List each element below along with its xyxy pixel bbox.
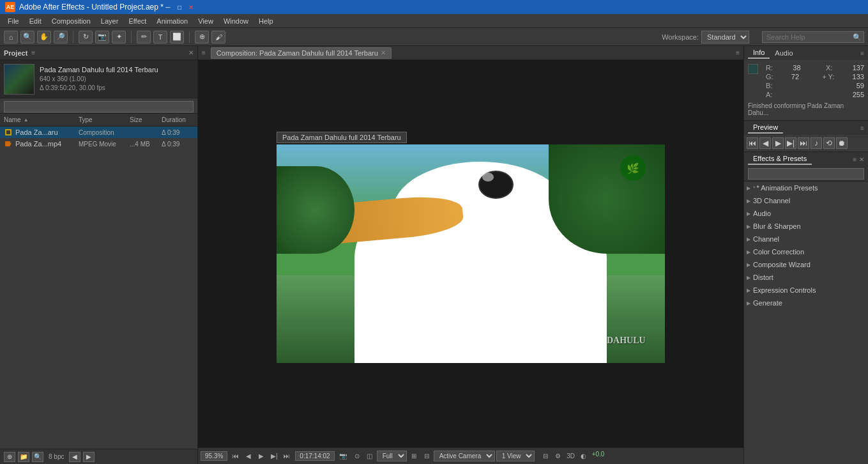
- effect-composite-wizard[interactable]: ▶ Composite Wizard: [744, 258, 868, 271]
- timecode-display[interactable]: 0:17:14:02: [295, 451, 334, 461]
- comp-settings-btn[interactable]: ⚙: [552, 451, 564, 462]
- toolbar-paint-btn[interactable]: 🖌: [211, 31, 225, 43]
- menu-composition[interactable]: Composition: [47, 16, 96, 26]
- project-preview: Pada Zaman Dahulu full 2014 Terbaru 640 …: [0, 60, 197, 98]
- preview-audio-btn[interactable]: ♪: [811, 137, 822, 149]
- x-label: X:: [826, 64, 832, 72]
- menu-effect[interactable]: Effect: [123, 16, 151, 26]
- preview-loop-btn[interactable]: ⟲: [823, 137, 835, 149]
- color-channels-btn[interactable]: ⊙: [351, 451, 363, 462]
- new-comp-btn[interactable]: ⊕: [4, 452, 15, 462]
- close-button[interactable]: ✕: [187, 3, 195, 12]
- preview-tab[interactable]: Preview: [748, 122, 783, 134]
- minimize-button[interactable]: ─: [164, 3, 172, 12]
- col-type-header: Type: [79, 116, 130, 123]
- composition-tab[interactable]: Composition: Pada Zaman Dahulu full 2014…: [211, 47, 392, 59]
- effect-expression-controls[interactable]: ▶ Expression Controls: [744, 284, 868, 297]
- effects-search-input[interactable]: [748, 168, 864, 180]
- prev-frame-btn[interactable]: ◀: [243, 451, 254, 462]
- active-camera-select[interactable]: Active Camera: [434, 451, 495, 461]
- maximize-button[interactable]: □: [175, 3, 184, 12]
- menu-window[interactable]: Window: [218, 16, 254, 26]
- preview-panel-menu[interactable]: ≡: [860, 125, 864, 132]
- effects-list: ▶ * * Animation Presets ▶ 3D Channel ▶ A…: [744, 182, 868, 464]
- menu-layer[interactable]: Layer: [96, 16, 124, 26]
- workspace-select[interactable]: Standard: [701, 31, 749, 43]
- effects-tab[interactable]: Effects & Presets: [748, 153, 812, 165]
- toolbar-home-btn[interactable]: ⌂: [4, 31, 18, 43]
- col-name-header: Name ▲: [4, 116, 79, 123]
- main-area: Project ≡ ✕ Pada Zaman Dahulu full 2014 …: [0, 46, 868, 464]
- exposure-btn[interactable]: ◐: [578, 451, 590, 462]
- list-item[interactable]: Pada Za...mp4 MPEG Movie ...4 MB Δ 0:39: [0, 138, 197, 150]
- effect-animation-presets[interactable]: ▶ * * Animation Presets: [744, 182, 868, 194]
- grid-btn[interactable]: ⊟: [421, 451, 432, 462]
- window-controls[interactable]: ─ □ ✕: [164, 3, 195, 12]
- toolbar-camera-btn[interactable]: 📷: [95, 31, 109, 43]
- preview-first-btn[interactable]: ⏮: [747, 137, 758, 149]
- effect-channel[interactable]: ▶ Channel: [744, 233, 868, 245]
- toolbar-rotate-btn[interactable]: ↻: [79, 31, 93, 43]
- play-btn[interactable]: ▶: [255, 451, 267, 462]
- preview-play-btn[interactable]: ▶: [772, 137, 784, 149]
- comp-panel-menu[interactable]: ≡: [736, 49, 740, 56]
- star-icon: *: [753, 185, 756, 191]
- menu-animation[interactable]: Animation: [151, 16, 193, 26]
- menu-file[interactable]: File: [3, 16, 24, 26]
- project-panel-title: Project: [4, 49, 27, 57]
- comp-canvas-wrapper: Pada Zaman Dahulu full 2014 Terbaru: [277, 144, 665, 363]
- folder-btn[interactable]: 📁: [18, 452, 29, 462]
- x-value: 137: [853, 64, 864, 72]
- menu-help[interactable]: Help: [254, 16, 278, 26]
- menu-view[interactable]: View: [193, 16, 218, 26]
- preview-record-btn[interactable]: ⏺: [836, 137, 848, 149]
- first-frame-btn[interactable]: ⏮: [230, 451, 241, 462]
- right-arrow-btn[interactable]: ▶: [83, 452, 95, 462]
- 3d-btn[interactable]: 3D: [565, 451, 577, 462]
- info-panel-menu[interactable]: ≡: [860, 50, 864, 57]
- toolbar-clone-btn[interactable]: ⊕: [195, 31, 209, 43]
- toolbar-hand-btn[interactable]: ✋: [37, 31, 51, 43]
- effect-generate[interactable]: ▶ Generate: [744, 297, 868, 309]
- effect-distort[interactable]: ▶ Distort: [744, 271, 868, 284]
- list-item[interactable]: Pada Za...aru Composition Δ 0:39: [0, 127, 197, 138]
- toolbar-zoom-btn[interactable]: 🔎: [54, 31, 68, 43]
- next-frame-btn[interactable]: ▶|: [268, 451, 280, 462]
- effects-close-btn[interactable]: ✕: [859, 156, 864, 163]
- toolbar-text-btn[interactable]: T: [153, 31, 167, 43]
- toolbar-light-btn[interactable]: ✦: [112, 31, 126, 43]
- preview-next-btn[interactable]: ▶|: [785, 137, 796, 149]
- composition-canvas[interactable]: DAHULU 🌿: [277, 144, 665, 363]
- effect-color-correction[interactable]: ▶ Color Correction: [744, 245, 868, 258]
- search-help-input[interactable]: [762, 31, 864, 43]
- toolbar-search-btn[interactable]: 🔍: [20, 31, 34, 43]
- project-panel-close[interactable]: ✕: [188, 49, 194, 56]
- y-label: + Y:: [822, 73, 834, 81]
- transparency-btn[interactable]: ◫: [364, 451, 376, 462]
- view-mode-select[interactable]: 1 View: [496, 451, 535, 461]
- toolbar-pen-btn[interactable]: ✏: [137, 31, 151, 43]
- project-panel-header: Project ≡ ✕: [0, 46, 197, 60]
- region-btn[interactable]: ⊞: [408, 451, 420, 462]
- toolbar-shape-btn[interactable]: ⬜: [170, 31, 184, 43]
- audio-tab[interactable]: Audio: [770, 48, 798, 58]
- effect-audio[interactable]: ▶ Audio: [744, 207, 868, 220]
- left-arrow-btn[interactable]: ◀: [69, 452, 80, 462]
- info-tab[interactable]: Info: [748, 47, 770, 59]
- reset-btn[interactable]: ⊟: [540, 451, 551, 462]
- preview-prev-btn[interactable]: ◀: [759, 137, 771, 149]
- comp-tab-close[interactable]: ✕: [381, 49, 386, 56]
- project-panel: Project ≡ ✕ Pada Zaman Dahulu full 2014 …: [0, 46, 198, 464]
- quality-select[interactable]: Full: [377, 451, 407, 461]
- zoom-control[interactable]: 95.3%: [201, 451, 227, 461]
- project-search-input[interactable]: [4, 101, 194, 112]
- search-footer-btn[interactable]: 🔍: [32, 452, 43, 462]
- preview-last-btn[interactable]: ⏭: [798, 137, 809, 149]
- effect-3d-channel[interactable]: ▶ 3D Channel: [744, 194, 868, 207]
- last-frame-btn[interactable]: ⏭: [281, 451, 293, 462]
- green-value: +0.0: [591, 451, 606, 462]
- effect-blur-sharpen[interactable]: ▶ Blur & Sharpen: [744, 220, 868, 233]
- menu-edit[interactable]: Edit: [24, 16, 47, 26]
- effects-panel-menu[interactable]: ≡: [853, 156, 857, 163]
- composition-icon: [4, 128, 13, 137]
